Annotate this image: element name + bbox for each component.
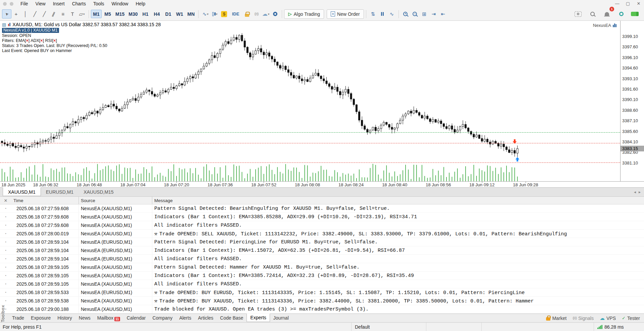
- menu-help[interactable]: Help: [132, 0, 149, 7]
- panel-market[interactable]: Market: [546, 316, 567, 321]
- notifications-button[interactable]: 1: [602, 9, 611, 18]
- tick-chart-button[interactable]: ∿: [387, 9, 396, 18]
- sl-line-buy[interactable]: [0, 162, 620, 163]
- tab-history[interactable]: History: [54, 314, 75, 322]
- equidistant-channel-button[interactable]: ≡: [58, 9, 68, 18]
- timeframe-m1[interactable]: M1: [91, 10, 102, 18]
- timeframe-w1[interactable]: W1: [174, 10, 185, 18]
- tab-articles[interactable]: Articles: [195, 314, 217, 322]
- finance-button[interactable]: $: [219, 9, 229, 18]
- ea-badge[interactable]: NexusEA: [593, 23, 616, 28]
- tab-journal[interactable]: Journal: [270, 314, 292, 322]
- log-row[interactable]: •2025.06.18 07:28:59.538NexusEA (XAUUSD,…: [0, 297, 644, 305]
- tab-alerts[interactable]: Alerts: [176, 314, 195, 322]
- objects-tool-button[interactable]: ▱▾: [77, 9, 87, 18]
- menu-tools[interactable]: Tools: [90, 0, 108, 7]
- column-source[interactable]: Source: [79, 197, 152, 204]
- scroll-left-icon[interactable]: ◂: [634, 190, 636, 194]
- panel-tester[interactable]: ✓Tester: [622, 316, 640, 321]
- cloud-storage-button[interactable]: ☁▾: [261, 9, 270, 18]
- tab-calendar[interactable]: Calendar: [123, 314, 149, 322]
- tp-line[interactable]: [0, 132, 620, 133]
- log-row[interactable]: •2025.06.18 07:28:59.105NexusEA (XAUUSD,…: [0, 263, 644, 272]
- tile-windows-button[interactable]: ⊞: [420, 9, 429, 18]
- close-toolbox-button[interactable]: ✕: [0, 198, 11, 203]
- broadcast-button[interactable]: ((•)): [252, 9, 261, 18]
- ray-tool-button[interactable]: ╱: [40, 9, 49, 18]
- minimize-button[interactable]: —: [612, 0, 623, 7]
- tab-mailbox[interactable]: Mailbox11: [94, 314, 123, 322]
- buy-arrow[interactable]: [516, 157, 520, 161]
- cursor-tool-button[interactable]: ➤: [2, 9, 11, 18]
- dock-right-button[interactable]: ⇥: [429, 9, 438, 18]
- timeframe-h1[interactable]: H1: [140, 10, 151, 18]
- time-axis[interactable]: 18 Jun 202518 Jun 06:3218 Jun 06:4818 Ju…: [0, 181, 644, 187]
- support-chat-button[interactable]: [616, 9, 626, 18]
- log-row[interactable]: •2025.06.18 07:27:59.608NexusEA (XAUUSD,…: [0, 204, 644, 213]
- indicators-button[interactable]: ∿▾: [201, 9, 210, 18]
- chart-type-button[interactable]: ▾: [210, 9, 219, 18]
- crosshair-tool-button[interactable]: +: [11, 9, 21, 18]
- log-row[interactable]: •2025.06.18 07:28:59.105NexusEA (XAUUSD,…: [0, 280, 644, 288]
- trendline-tool-button[interactable]: ╱: [30, 9, 40, 18]
- log-row[interactable]: •2025.06.18 07:28:59.105NexusEA (XAUUSD,…: [0, 272, 644, 280]
- window-dot[interactable]: [3, 2, 7, 6]
- scroll-right-icon[interactable]: ▸: [639, 190, 641, 194]
- dock-left-button[interactable]: ⇤: [438, 9, 448, 18]
- menu-view[interactable]: View: [32, 0, 49, 7]
- tab-exposure[interactable]: Exposure: [28, 314, 54, 322]
- log-row[interactable]: •2025.06.18 07:27:59.608NexusEA (XAUUSD,…: [0, 221, 644, 230]
- timeframe-m15[interactable]: M15: [114, 10, 126, 18]
- text-tool-button[interactable]: T: [68, 9, 77, 18]
- log-row[interactable]: •2025.06.18 07:28:59.104NexusEA (EURUSD,…: [0, 238, 644, 246]
- market-watch-button[interactable]: [378, 9, 387, 18]
- vertical-line-tool-button[interactable]: │: [21, 9, 30, 18]
- sl-line-sell[interactable]: [0, 143, 620, 143]
- timeframe-m30[interactable]: M30: [127, 10, 139, 18]
- community-button[interactable]: [270, 9, 280, 18]
- search-button[interactable]: [588, 9, 597, 18]
- screenshot-button[interactable]: [573, 9, 583, 18]
- maximize-button[interactable]: ▢: [623, 0, 633, 7]
- log-row[interactable]: •2025.06.18 07:29:00.188NexusEA (XAUUSD,…: [0, 305, 644, 314]
- timeframe-d1[interactable]: D1: [163, 10, 173, 18]
- tab-trade[interactable]: Trade: [9, 314, 28, 322]
- depth-of-market-button[interactable]: ⇅: [368, 9, 378, 18]
- chart-tab-xauusd-m1[interactable]: XAUUSD,M1: [3, 187, 41, 196]
- log-row[interactable]: •2025.06.18 07:28:59.104NexusEA (EURUSD,…: [0, 246, 644, 255]
- toolbox-side-label[interactable]: Toolbox: [0, 305, 5, 322]
- menu-window[interactable]: Window: [108, 0, 132, 7]
- panel-signals[interactable]: ((•))Signals: [573, 316, 594, 321]
- zoom-in-button[interactable]: +: [401, 9, 410, 18]
- log-row[interactable]: •2025.06.18 07:28:59.533NexusEA (EURUSD,…: [0, 288, 644, 297]
- timeframe-h4[interactable]: H4: [151, 10, 162, 18]
- timeframe-m5[interactable]: M5: [102, 10, 113, 18]
- profile-selector[interactable]: Default: [351, 323, 426, 331]
- new-order-button[interactable]: +New Order: [327, 9, 364, 19]
- channel-tool-button[interactable]: ∥: [49, 9, 58, 18]
- menu-charts[interactable]: Charts: [68, 0, 90, 7]
- timeframe-mn[interactable]: MN: [185, 10, 196, 18]
- chart-tab-xauusd-m15[interactable]: XAUUSD,M15: [78, 188, 118, 196]
- menu-insert[interactable]: Insert: [49, 0, 68, 7]
- log-row[interactable]: •2025.06.18 07:28:00.019NexusEA (XAUUSD,…: [0, 230, 644, 238]
- panel-vps[interactable]: ☁VPS: [600, 315, 616, 321]
- tab-code-base[interactable]: Code Base: [217, 314, 247, 322]
- chart-tab-eurusd-m1[interactable]: EURUSD,M1: [41, 188, 78, 196]
- menu-file[interactable]: File: [17, 0, 32, 7]
- log-row[interactable]: •2025.06.18 07:28:59.104NexusEA (EURUSD,…: [0, 255, 644, 263]
- window-dot[interactable]: [10, 2, 13, 6]
- zoom-out-button[interactable]: −: [410, 9, 420, 18]
- close-button[interactable]: ✕: [633, 0, 644, 7]
- column-time[interactable]: Time: [11, 197, 79, 204]
- log-row[interactable]: •2025.06.18 07:27:59.608NexusEA (XAUUSD,…: [0, 213, 644, 221]
- tab-news[interactable]: News: [75, 314, 94, 322]
- tab-company[interactable]: Company: [149, 314, 176, 322]
- column-message[interactable]: Message: [152, 197, 644, 204]
- lock-button[interactable]: [242, 9, 252, 18]
- algo-trading-button[interactable]: ▷Algo Trading: [284, 9, 324, 19]
- ide-button[interactable]: IDE: [229, 9, 242, 18]
- tab-experts[interactable]: Experts: [247, 314, 270, 322]
- connection-status[interactable]: 86.28 ms: [594, 323, 644, 331]
- price-axis[interactable]: 3399.103397.603396.103394.603393.103391.…: [620, 21, 644, 181]
